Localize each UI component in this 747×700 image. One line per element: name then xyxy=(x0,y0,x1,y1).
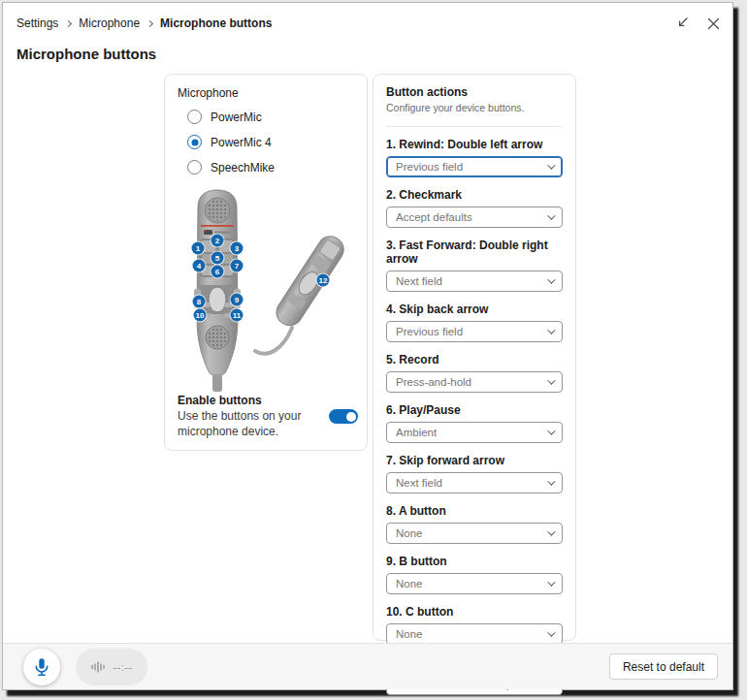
device-button-badge: 6 xyxy=(211,266,224,278)
chevron-down-icon xyxy=(547,477,555,485)
breadcrumb-microphone-buttons: Microphone buttons xyxy=(160,16,272,30)
powermic-device-image xyxy=(165,184,367,396)
action-select-8[interactable]: None xyxy=(386,523,563,544)
chevron-down-icon xyxy=(547,427,555,434)
action-row: 3. Fast Forward: Double right arrow Next… xyxy=(386,239,563,292)
reset-to-default-button[interactable]: Reset to default xyxy=(609,653,718,680)
chevron-down-icon xyxy=(547,527,555,535)
radio-selected-icon xyxy=(187,135,202,149)
button-actions-subtitle: Configure your device buttons. xyxy=(386,102,563,113)
device-button-badge: 9 xyxy=(231,294,244,306)
enable-buttons-description: Use the buttons on your microphone devic… xyxy=(178,409,325,440)
breadcrumb: Settings Microphone Microphone buttons xyxy=(16,16,272,30)
breadcrumb-settings[interactable]: Settings xyxy=(16,16,58,30)
chevron-down-icon xyxy=(547,211,555,219)
collapse-window-button[interactable] xyxy=(674,16,690,31)
device-button-badge: 5 xyxy=(211,252,224,265)
audio-level-pill[interactable]: --:-- xyxy=(76,649,147,685)
chevron-down-icon xyxy=(547,326,555,334)
enable-buttons-toggle[interactable] xyxy=(329,409,358,424)
close-icon xyxy=(707,17,720,30)
window-controls xyxy=(674,16,721,31)
device-button-badge: 11 xyxy=(231,309,244,322)
button-actions-title: Button actions xyxy=(386,85,563,99)
chevron-down-icon xyxy=(547,628,555,636)
action-select-1[interactable]: Previous field xyxy=(386,156,563,177)
enable-buttons-title: Enable buttons xyxy=(178,394,325,407)
action-select-2[interactable]: Accept defaults xyxy=(386,207,563,228)
device-button-badge: 2 xyxy=(211,235,224,247)
microphone-button[interactable] xyxy=(23,649,60,685)
settings-window: Settings Microphone Microphone buttons M… xyxy=(2,2,733,690)
chevron-down-icon xyxy=(547,275,555,283)
chevron-down-icon xyxy=(547,161,555,169)
radio-option-powermic4[interactable]: PowerMic 4 xyxy=(187,134,367,150)
button-actions-card: Button actions Configure your device but… xyxy=(373,74,576,641)
collapse-window-icon xyxy=(675,16,689,30)
titlebar: Settings Microphone Microphone buttons xyxy=(16,16,721,31)
footer-bar: --:-- Reset to default xyxy=(3,643,732,689)
chevron-down-icon xyxy=(547,376,555,384)
action-row: 4. Skip back arrow Previous field xyxy=(386,302,563,342)
radio-option-speechmike[interactable]: SpeechMike xyxy=(187,159,367,175)
chevron-down-icon xyxy=(547,578,555,586)
action-row: 2. Checkmark Accept defaults xyxy=(386,188,563,228)
device-button-badge: 3 xyxy=(231,242,244,255)
chevron-right-icon xyxy=(65,19,72,26)
action-row: 5. Record Press-and-hold xyxy=(386,353,563,393)
action-select-3[interactable]: Next field xyxy=(386,270,563,292)
device-illustration: 1 2 3 4 5 6 7 8 9 10 11 12 xyxy=(165,184,367,396)
action-row: 1. Rewind: Double left arrow Previous fi… xyxy=(386,138,563,177)
action-select-9[interactable]: None xyxy=(386,573,563,594)
radio-icon xyxy=(187,160,202,175)
action-select-10[interactable]: None xyxy=(386,623,563,645)
divider xyxy=(386,126,563,127)
action-row: 9. B button None xyxy=(386,555,563,594)
recording-timer: --:-- xyxy=(113,661,132,673)
microphone-icon xyxy=(31,656,52,678)
device-button-badge: 10 xyxy=(194,309,207,322)
device-button-badge: 8 xyxy=(193,296,206,308)
breadcrumb-microphone[interactable]: Microphone xyxy=(79,16,140,30)
device-button-badge: 7 xyxy=(231,260,244,272)
device-button-badge: 1 xyxy=(192,242,205,255)
page-title: Microphone buttons xyxy=(16,46,156,62)
action-row: 10. C button None xyxy=(386,605,563,645)
action-select-7[interactable]: Next field xyxy=(386,472,563,493)
microphone-group-label: Microphone xyxy=(178,86,367,100)
radio-icon xyxy=(187,110,202,124)
action-row: 7. Skip forward arrow Next field xyxy=(386,454,563,493)
chevron-right-icon xyxy=(146,19,153,26)
close-button[interactable] xyxy=(705,16,721,31)
microphone-card: Microphone PowerMic PowerMic 4 SpeechMik… xyxy=(164,74,368,451)
waveform-icon xyxy=(90,659,108,675)
action-row: 6. Play/Pause Ambient xyxy=(386,403,563,443)
device-button-badge: 12 xyxy=(317,274,330,287)
action-select-6[interactable]: Ambient xyxy=(386,422,563,443)
action-row: 8. A button None xyxy=(386,504,563,544)
radio-option-powermic[interactable]: PowerMic xyxy=(187,109,367,125)
action-select-5[interactable]: Press-and-hold xyxy=(386,371,563,393)
enable-buttons-section: Enable buttons Use the buttons on your m… xyxy=(178,394,358,440)
device-button-badge: 4 xyxy=(193,260,206,272)
action-select-4[interactable]: Previous field xyxy=(386,321,563,342)
